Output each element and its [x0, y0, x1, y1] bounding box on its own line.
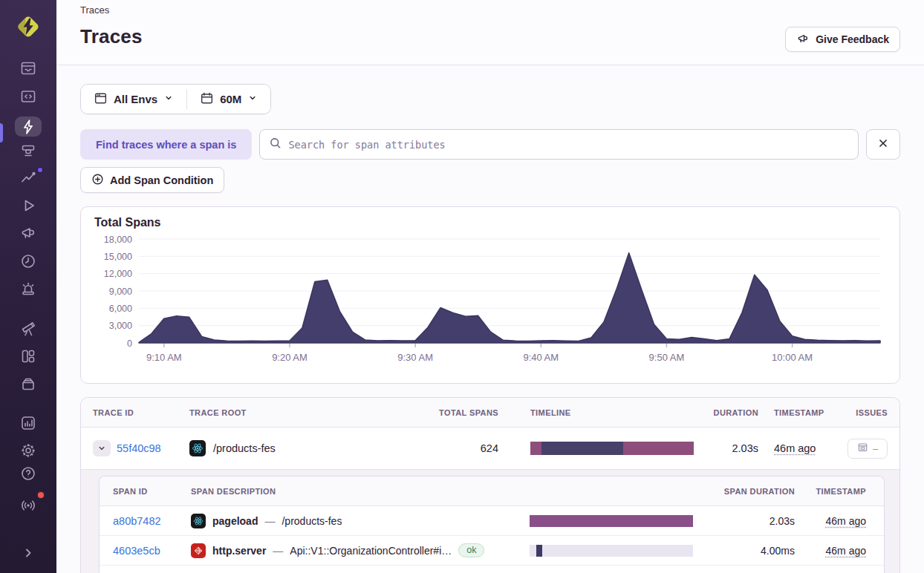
- trace-duration: 2.03s: [690, 442, 758, 454]
- span-search-box[interactable]: [259, 129, 859, 160]
- span-duration-bar: [530, 545, 693, 557]
- sidebar-item-feedback[interactable]: [15, 223, 42, 243]
- span-status-badge: ok: [458, 543, 484, 558]
- insights-notification-dot: [36, 166, 44, 174]
- trace-id-link[interactable]: 55f40c98: [117, 442, 161, 454]
- issues-icon: [857, 442, 868, 455]
- page-filter-bar: All Envs 60M: [80, 84, 900, 114]
- expanded-trace-zone: SPAN ID SPAN DESCRIPTION SPAN DURATION T…: [81, 469, 899, 573]
- search-icon: [269, 137, 282, 153]
- trace-timestamp[interactable]: 46m ago: [774, 442, 816, 454]
- issues-count: –: [873, 443, 878, 454]
- col-span-timestamp: TIMESTAMP: [795, 487, 866, 496]
- sidebar-item-stats[interactable]: [15, 413, 42, 433]
- trace-issues-badge[interactable]: –: [847, 439, 888, 459]
- svg-text:9:20 AM: 9:20 AM: [272, 352, 308, 363]
- svg-text:10:00 AM: 10:00 AM: [772, 352, 813, 363]
- total-spans-chart-panel: Total Spans 03,0006,0009,00012,00015,000…: [80, 206, 900, 384]
- sidebar-collapse-button[interactable]: [15, 540, 42, 566]
- span-table-header: SPAN ID SPAN DESCRIPTION SPAN DURATION T…: [100, 477, 884, 506]
- chevron-down-icon: [247, 93, 258, 105]
- sidebar-item-dashboards[interactable]: [15, 346, 42, 366]
- svg-text:15,000: 15,000: [104, 252, 132, 262]
- col-total-spans: TOTAL SPANS: [411, 408, 498, 417]
- span-op: http.server: [212, 545, 266, 557]
- span-timestamp[interactable]: 46m ago: [826, 515, 866, 527]
- span-duration: 4.00ms: [698, 545, 795, 557]
- separator: —: [264, 515, 275, 527]
- span-duration: 2.03s: [698, 515, 795, 527]
- col-timeline: TIMELINE: [498, 408, 690, 417]
- span-duration-bar: [530, 515, 693, 527]
- whats-new-notification-dot: [36, 491, 45, 500]
- sidebar-item-help[interactable]: [15, 461, 42, 486]
- ruby-platform-icon: [191, 543, 206, 558]
- trace-root-name[interactable]: /products-fes: [213, 442, 276, 454]
- sidebar-item-traces[interactable]: [15, 117, 42, 137]
- separator: —: [273, 545, 283, 557]
- environment-filter[interactable]: All Envs: [81, 85, 186, 114]
- date-range-filter[interactable]: 60M: [187, 85, 270, 114]
- breadcrumb[interactable]: Traces: [80, 3, 900, 16]
- trace-row: 55f40c98 /products-fes 624 2.03s 46m ago: [81, 428, 899, 469]
- col-timestamp: TIMESTAMP: [758, 408, 842, 417]
- window-icon: [94, 91, 108, 108]
- col-span-id: SPAN ID: [113, 487, 191, 496]
- calendar-icon: [200, 91, 214, 108]
- plus-circle-icon: [91, 173, 104, 188]
- sentry-logo[interactable]: [12, 12, 45, 42]
- span-description[interactable]: /products-fes: [282, 515, 342, 527]
- col-span-description: SPAN DESCRIPTION: [191, 487, 520, 496]
- span-op: pageload: [212, 515, 258, 527]
- svg-text:9:10 AM: 9:10 AM: [146, 352, 182, 363]
- react-platform-icon: [191, 514, 206, 528]
- svg-text:9:50 AM: 9:50 AM: [649, 352, 685, 363]
- sidebar-item-projects[interactable]: [15, 374, 42, 394]
- clear-search-button[interactable]: [866, 129, 900, 160]
- sidebar-item-issues[interactable]: [15, 58, 42, 78]
- total-spans-area-chart: 03,0006,0009,00012,00015,00018,0009:10 A…: [94, 231, 886, 376]
- page-header: Traces Traces Give Feedback: [56, 0, 924, 65]
- span-id-link[interactable]: a80b7482: [113, 515, 161, 527]
- svg-text:18,000: 18,000: [104, 235, 132, 245]
- svg-text:12,000: 12,000: [104, 269, 132, 279]
- sidebar-item-explore[interactable]: [15, 318, 42, 338]
- chart-title: Total Spans: [94, 216, 886, 229]
- trace-timeline-bar[interactable]: [530, 442, 694, 455]
- traces-table: TRACE ID TRACE ROOT TOTAL SPANS TIMELINE…: [80, 397, 900, 573]
- span-id-link[interactable]: 4603e5cb: [113, 545, 160, 557]
- col-span-duration: SPAN DURATION: [698, 487, 795, 496]
- span-row: a80b7482 pageload — /products-fes: [100, 506, 884, 536]
- sidebar: [0, 0, 56, 573]
- sidebar-item-settings[interactable]: [15, 441, 42, 461]
- trace-context-pill: Find traces where a span is: [80, 129, 252, 160]
- search-input[interactable]: [288, 139, 849, 151]
- sidebar-item-insights[interactable]: [15, 168, 42, 188]
- active-nav-indicator: [0, 123, 3, 143]
- col-trace-id: TRACE ID: [93, 408, 189, 417]
- give-feedback-button[interactable]: Give Feedback: [785, 27, 900, 52]
- sidebar-item-profiling[interactable]: [15, 140, 42, 160]
- span-timestamp[interactable]: 46m ago: [826, 545, 866, 557]
- svg-text:9,000: 9,000: [109, 286, 132, 297]
- collapse-trace-button[interactable]: [93, 440, 111, 456]
- sidebar-item-alerts[interactable]: [15, 278, 42, 298]
- add-span-condition-button[interactable]: Add Span Condition: [80, 167, 224, 193]
- sidebar-item-code-project[interactable]: [15, 86, 42, 106]
- react-platform-icon: [189, 440, 206, 456]
- span-row: 4603e5cb http.server — Api::V1::Organiza…: [100, 536, 884, 566]
- page-title: Traces: [80, 25, 900, 48]
- svg-text:3,000: 3,000: [109, 321, 132, 331]
- col-trace-root: TRACE ROOT: [189, 408, 411, 417]
- sidebar-item-whats-new[interactable]: [15, 493, 42, 518]
- col-issues: ISSUES: [842, 408, 888, 417]
- megaphone-icon: [796, 32, 810, 48]
- svg-text:9:40 AM: 9:40 AM: [523, 352, 559, 363]
- sidebar-item-releases[interactable]: [15, 251, 42, 271]
- total-spans-value: 624: [411, 442, 498, 454]
- col-duration: DURATION: [690, 408, 758, 417]
- sidebar-item-replays[interactable]: [15, 196, 42, 216]
- svg-text:6,000: 6,000: [109, 304, 132, 314]
- span-description[interactable]: Api::V1::OrganizationController#i…: [290, 545, 452, 557]
- chevron-down-icon: [163, 93, 174, 105]
